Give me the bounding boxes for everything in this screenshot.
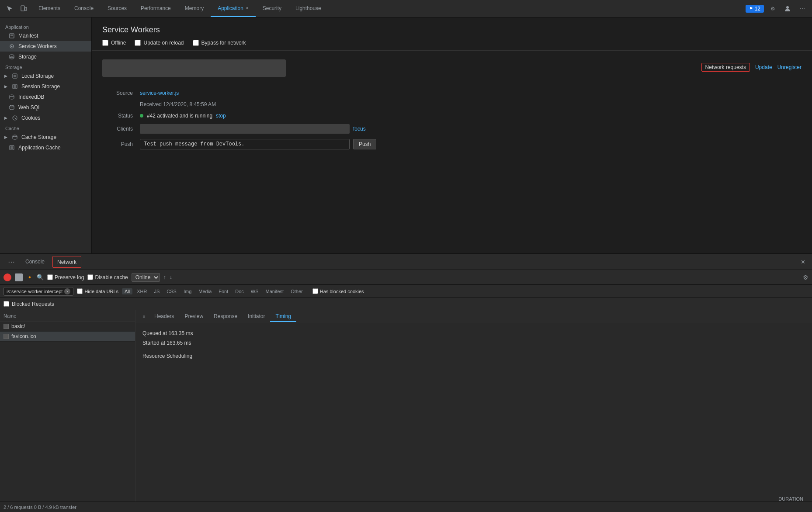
detail-tabs: × Headers Preview Response Initiator Tim…	[135, 310, 812, 323]
tab-headers[interactable]: Headers	[149, 311, 179, 322]
sidebar-item-web-sql[interactable]: Web SQL	[0, 102, 91, 113]
push-button[interactable]: Push	[353, 139, 376, 149]
filter-icon[interactable]: 🔸	[26, 274, 33, 280]
status-bar: 2 / 6 requests 0 B / 4.9 kB transfer	[0, 502, 812, 512]
sidebar-item-application-cache[interactable]: Application Cache	[0, 142, 91, 153]
settings-icon[interactable]: ⚙	[767, 3, 779, 15]
sidebar-item-service-workers[interactable]: Service Workers	[0, 41, 91, 52]
svg-point-17	[10, 95, 14, 97]
badge-button[interactable]: ⚑ 12	[746, 5, 764, 13]
search-icon[interactable]: 🔍	[37, 274, 44, 280]
sidebar-item-local-storage[interactable]: ▶ Local Storage	[0, 71, 91, 81]
cursor-icon[interactable]	[3, 3, 16, 15]
close-bottom-panel[interactable]: ×	[798, 258, 809, 266]
filter-type-other[interactable]: Other	[288, 288, 305, 294]
hide-data-urls-checkbox[interactable]: Hide data URLs	[77, 288, 118, 294]
arrow-icon: ▶	[4, 135, 7, 139]
sidebar: Application Manifest Service Workers Sto…	[0, 17, 92, 253]
stop-link[interactable]: stop	[216, 113, 226, 119]
timing-content: Queued at 163.35 ms Started at 163.65 ms…	[135, 323, 812, 502]
throttle-select[interactable]: Online	[132, 273, 160, 282]
filter-type-font[interactable]: Font	[216, 288, 231, 294]
has-blocked-cookies-checkbox[interactable]: Has blocked cookies	[312, 288, 364, 294]
svg-point-21	[15, 118, 16, 119]
table-row[interactable]: favicon.ico	[0, 332, 135, 342]
offline-input[interactable]	[102, 40, 108, 46]
disable-cache-input[interactable]	[87, 274, 93, 280]
tab-sources[interactable]: Sources	[101, 0, 134, 17]
filter-type-all[interactable]: All	[122, 288, 132, 294]
download-icon[interactable]: ↓	[170, 274, 172, 280]
unregister-link[interactable]: Unregister	[777, 64, 802, 70]
sidebar-item-cache-storage[interactable]: ▶ Cache Storage	[0, 132, 91, 142]
tab-lighthouse[interactable]: Lighthouse	[288, 0, 328, 17]
tab-list: Elements Console Sources Performance Mem…	[31, 0, 744, 17]
tab-network-bottom[interactable]: Network	[52, 256, 81, 268]
more-menu-icon[interactable]: ⋯	[796, 3, 809, 15]
detail-close-icon[interactable]: ×	[139, 312, 149, 322]
filter-type-css[interactable]: CSS	[164, 288, 179, 294]
update-link[interactable]: Update	[755, 64, 772, 70]
filter-types: All XHR JS CSS Img Media Font Doc WS Man…	[122, 288, 305, 294]
content-title: Service Workers	[102, 25, 802, 35]
tab-elements[interactable]: Elements	[31, 0, 67, 17]
upload-icon[interactable]: ↑	[163, 274, 166, 280]
tab-console-bottom[interactable]: Console	[19, 254, 51, 270]
filter-type-doc[interactable]: Doc	[232, 288, 246, 294]
push-input[interactable]	[140, 139, 350, 149]
sidebar-item-storage[interactable]: Storage	[0, 52, 91, 62]
sidebar-item-session-storage[interactable]: ▶ Session Storage	[0, 81, 91, 92]
tab-application[interactable]: Application ×	[211, 0, 256, 17]
disable-cache-checkbox[interactable]: Disable cache	[87, 274, 128, 280]
person-icon[interactable]	[781, 3, 794, 15]
table-row[interactable]: basic/	[0, 322, 135, 332]
tab-performance[interactable]: Performance	[134, 0, 178, 17]
tab-preview[interactable]: Preview	[179, 311, 208, 322]
svg-rect-0	[21, 6, 24, 11]
filter-type-manifest[interactable]: Manifest	[263, 288, 287, 294]
filter-value: is:service-worker-intercept	[7, 289, 62, 294]
filter-type-xhr[interactable]: XHR	[134, 288, 149, 294]
bottom-panel: ⋯ Console Network × 🔸 🔍 Preserve log Dis…	[0, 253, 812, 512]
source-link[interactable]: service-worker.js	[140, 90, 179, 96]
row-name: favicon.ico	[11, 333, 36, 339]
svg-point-20	[14, 117, 14, 118]
update-on-reload-checkbox[interactable]: Update on reload	[135, 40, 184, 46]
bypass-for-network-checkbox[interactable]: Bypass for network	[193, 40, 246, 46]
filter-type-media[interactable]: Media	[196, 288, 214, 294]
tab-timing[interactable]: Timing	[270, 311, 296, 322]
sidebar-item-manifest[interactable]: Manifest	[0, 31, 91, 41]
focus-link[interactable]: focus	[353, 126, 366, 132]
filter-type-img[interactable]: Img	[181, 288, 194, 294]
tab-console[interactable]: Console	[67, 0, 101, 17]
more-tabs-icon[interactable]: ⋯	[3, 258, 19, 266]
network-settings-icon[interactable]: ⚙	[803, 274, 809, 281]
offline-checkbox[interactable]: Offline	[102, 40, 126, 46]
record-button[interactable]	[3, 273, 11, 281]
blocked-requests-label: Blocked Requests	[12, 301, 54, 307]
sidebar-item-indexeddb[interactable]: IndexedDB	[0, 92, 91, 102]
filter-clear-button[interactable]: ×	[64, 288, 70, 294]
hide-data-urls-input[interactable]	[77, 288, 83, 294]
filter-type-ws[interactable]: WS	[248, 288, 261, 294]
arrow-icon: ▶	[4, 74, 7, 78]
tab-initiator[interactable]: Initiator	[243, 311, 270, 322]
filter-bar: is:service-worker-intercept × Hide data …	[0, 285, 812, 298]
bypass-input[interactable]	[193, 40, 199, 46]
device-icon[interactable]	[17, 3, 30, 15]
tab-memory[interactable]: Memory	[178, 0, 211, 17]
blocked-cookies-input[interactable]	[312, 288, 318, 294]
preserve-log-checkbox[interactable]: Preserve log	[47, 274, 84, 280]
application-cache-icon	[9, 145, 15, 151]
blocked-requests-checkbox[interactable]	[3, 301, 9, 307]
sidebar-item-cookies[interactable]: ▶ Cookies	[0, 113, 91, 123]
tab-close-icon[interactable]: ×	[246, 6, 249, 10]
svg-point-7	[11, 46, 13, 47]
stop-record-button[interactable]	[15, 273, 23, 281]
update-on-reload-input[interactable]	[135, 40, 141, 46]
filter-type-js[interactable]: JS	[152, 288, 163, 294]
tab-security[interactable]: Security	[256, 0, 288, 17]
tab-response[interactable]: Response	[208, 311, 243, 322]
network-requests-button[interactable]: Network requests	[701, 63, 750, 72]
preserve-log-input[interactable]	[47, 274, 53, 280]
